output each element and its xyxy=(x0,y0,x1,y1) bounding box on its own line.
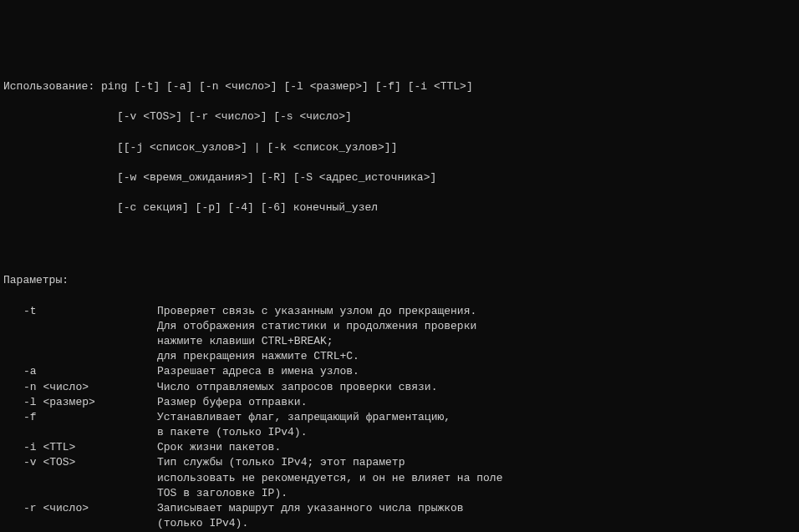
param-row: в пакете (только IPv4). xyxy=(3,425,796,440)
param-option xyxy=(3,349,157,364)
param-description: Устанавливает флаг, запрещающий фрагмент… xyxy=(157,410,796,425)
param-row: -r <число>Записывает маршрут для указанн… xyxy=(3,501,796,516)
param-row: -tПроверяет связь с указанным узлом до п… xyxy=(3,304,796,319)
param-row: -n <число>Число отправляемых запросов пр… xyxy=(3,380,796,395)
param-description: в пакете (только IPv4). xyxy=(157,425,796,440)
param-row: (только IPv4). xyxy=(3,516,796,531)
param-option xyxy=(3,486,157,501)
param-row: для прекращения нажмите CTRL+C. xyxy=(3,349,796,364)
param-description: Число отправляемых запросов проверки свя… xyxy=(157,380,796,395)
param-description: Для отображения статистики и продолжения… xyxy=(157,319,796,334)
param-description: Срок жизни пакетов. xyxy=(157,440,796,455)
param-option xyxy=(3,319,157,334)
usage-line-4: [-c секция] [-p] [-4] [-6] конечный_узел xyxy=(3,200,796,215)
param-description: TOS в заголовке IP). xyxy=(157,486,796,501)
param-row: -l <размер>Размер буфера отправки. xyxy=(3,395,796,410)
param-option: -a xyxy=(3,364,157,379)
param-option: -i <TTL> xyxy=(3,440,157,455)
usage-block: Использование: ping [-t] [-a] [-n <число… xyxy=(3,64,796,231)
param-row: -i <TTL>Срок жизни пакетов. xyxy=(3,440,796,455)
params-container: -tПроверяет связь с указанным узлом до п… xyxy=(3,304,796,532)
param-option xyxy=(3,516,157,531)
params-header: Параметры: xyxy=(3,273,796,288)
param-row: -v <TOS>Тип службы (только IPv4; этот па… xyxy=(3,455,796,470)
param-option: -l <размер> xyxy=(3,395,157,410)
param-description: нажмите клавиши CTRL+BREAK; xyxy=(157,334,796,349)
param-row: -aРазрешает адреса в имена узлов. xyxy=(3,364,796,379)
param-description: Разрешает адреса в имена узлов. xyxy=(157,364,796,379)
param-row: -fУстанавливает флаг, запрещающий фрагме… xyxy=(3,410,796,425)
param-option xyxy=(3,471,157,486)
param-row: TOS в заголовке IP). xyxy=(3,486,796,501)
param-description: Размер буфера отправки. xyxy=(157,395,796,410)
param-description: для прекращения нажмите CTRL+C. xyxy=(157,349,796,364)
param-description: Тип службы (только IPv4; этот параметр xyxy=(157,455,796,470)
param-row: использовать не рекомендуется, и он не в… xyxy=(3,471,796,486)
param-option: -v <TOS> xyxy=(3,455,157,470)
usage-text-0: ping [-t] [-a] [-n <число>] [-l <размер>… xyxy=(101,80,473,93)
usage-line-0: Использование: ping [-t] [-a] [-n <число… xyxy=(3,79,796,94)
param-option xyxy=(3,425,157,440)
usage-label: Использование: xyxy=(3,80,94,93)
param-option: -t xyxy=(3,304,157,319)
param-option: -f xyxy=(3,410,157,425)
param-description: использовать не рекомендуется, и он не в… xyxy=(157,471,796,486)
param-option: -r <число> xyxy=(3,501,157,516)
param-option xyxy=(3,334,157,349)
param-description: (только IPv4). xyxy=(157,516,796,531)
param-option: -n <число> xyxy=(3,380,157,395)
param-row: нажмите клавиши CTRL+BREAK; xyxy=(3,334,796,349)
param-description: Проверяет связь с указанным узлом до пре… xyxy=(157,304,796,319)
usage-line-2: [[-j <список_узлов>] | [-k <список_узлов… xyxy=(3,140,796,155)
param-row: Для отображения статистики и продолжения… xyxy=(3,319,796,334)
param-description: Записывает маршрут для указанного числа … xyxy=(157,501,796,516)
usage-line-1: [-v <TOS>] [-r <число>] [-s <число>] xyxy=(3,109,796,124)
usage-line-3: [-w <время_ожидания>] [-R] [-S <адрес_ис… xyxy=(3,170,796,185)
